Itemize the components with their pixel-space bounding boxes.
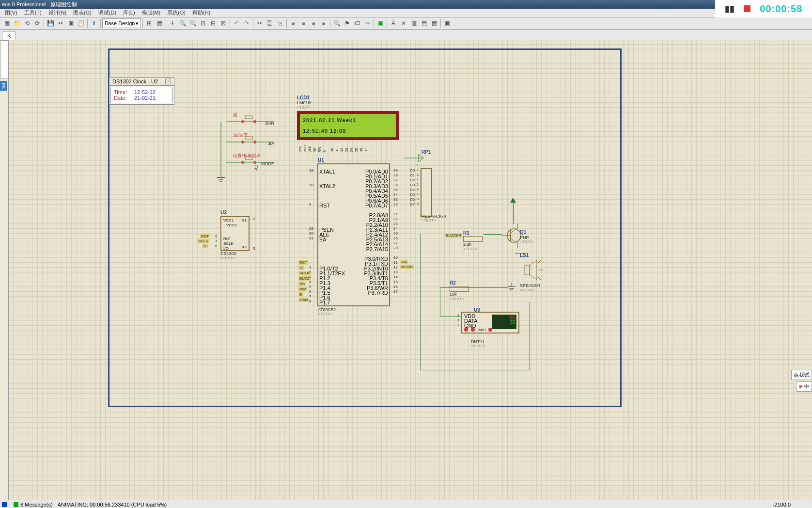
tb-copy-icon[interactable]: ▣	[66, 18, 76, 28]
tb-forward-icon[interactable]: ⟳	[32, 18, 42, 28]
tb-new-icon[interactable]: ▦	[2, 18, 12, 28]
net-mode-p3: MODE	[400, 265, 414, 269]
button-mode[interactable]: 设置/长按退出 MODE	[221, 153, 274, 172]
side-float-btn[interactable]: 点我试	[791, 370, 812, 380]
lcd-pin-vss: VSS	[298, 145, 302, 152]
tb-grid2-icon[interactable]: ▦	[155, 18, 164, 28]
lcd-pin-d5: D5	[355, 148, 358, 153]
tb-wire-icon[interactable]: ⤳	[362, 18, 372, 28]
ls1-part: SPEAKER	[520, 283, 544, 288]
svg-point-6	[253, 141, 256, 143]
menu-debug[interactable]: 调试(D)	[95, 9, 119, 17]
status-msg-led	[14, 502, 18, 507]
svg-point-10	[253, 161, 256, 164]
q1-text: <TEXT>	[520, 239, 534, 244]
design-combo[interactable]: Base Design▾	[102, 18, 141, 28]
tb-text-icon[interactable]: Ă	[389, 18, 398, 28]
rp1-ref: RP1	[422, 149, 431, 155]
net-rw: RW	[298, 287, 307, 291]
lcd-pin-d1: D1	[335, 148, 339, 153]
tb-report2-icon[interactable]: ▤	[419, 18, 429, 28]
tb-tag-icon[interactable]: 🏷	[352, 18, 362, 28]
r2-val: 10k	[450, 292, 469, 297]
side-float-ime[interactable]: ⊕ 中	[796, 381, 812, 392]
ls1-speaker[interactable]: LS1 SPEAKER <TEXT>	[520, 253, 544, 292]
tb-flag-icon[interactable]: ⚑	[342, 18, 352, 28]
menu-view[interactable]: 图(V)	[2, 9, 20, 17]
canvas[interactable]: DS1302 Clock - U2 ▫ Time:12-52-12 Date:2…	[9, 40, 812, 500]
lcd-text: <TEXT>	[297, 105, 313, 110]
r2-resistor[interactable]: R2 10k <TEXT>	[450, 280, 469, 301]
btn1-net: JIAN	[265, 121, 274, 126]
status-bar: 6 Message(s) ANIMATING: 00:00:56.233410 …	[0, 500, 812, 508]
pause-icon[interactable]: ▮▮	[725, 3, 734, 14]
tb-zoomfit-icon[interactable]: ⊡	[198, 18, 208, 28]
tb-info-icon[interactable]: ℹ	[89, 18, 99, 28]
side-devices[interactable]: ES	[0, 81, 7, 91]
tb-x-icon[interactable]: ✕	[399, 18, 408, 28]
tb-comp1-icon[interactable]: ▣	[375, 18, 385, 28]
stop-icon[interactable]	[744, 5, 750, 12]
ds1302-popup-title[interactable]: DS1302 Clock - U2 ▫	[109, 78, 174, 86]
u2-text: <TEXT>	[220, 256, 250, 260]
tb-scissors-icon[interactable]: ✂	[255, 18, 265, 28]
net-jia-p3: JIA	[400, 260, 408, 264]
tb-report1-icon[interactable]: ▥	[409, 18, 419, 28]
svg-line-25	[538, 260, 541, 263]
tb-align2-icon[interactable]: ≡	[298, 18, 308, 28]
tb-undo-icon[interactable]: ↶	[232, 18, 241, 28]
tb-cut-icon[interactable]: ✂	[56, 18, 65, 28]
ds1302-body: Time:12-52-12 Date:21-02-21	[110, 87, 173, 103]
tb-report4-icon[interactable]: ▣	[442, 18, 452, 28]
tb-zoomin-icon[interactable]: 🔍	[178, 18, 187, 28]
lcd1-component[interactable]: LCD1 LM016L <TEXT> 2021-02-21 Week1 12:5…	[297, 95, 313, 110]
menu-system[interactable]: 系统(O)	[164, 9, 188, 17]
menu-design[interactable]: 设计(N)	[46, 9, 69, 17]
ds1302-popup[interactable]: DS1302 Clock - U2 ▫ Time:12-52-12 Date:2…	[109, 77, 174, 105]
menu-library[interactable]: 库(L)	[120, 9, 138, 17]
tb-paste2-icon[interactable]: ⎘	[275, 18, 285, 28]
tb-align1-icon[interactable]: ≡	[288, 18, 298, 28]
u2-ds1302[interactable]: U2 VCC1 VCC2 X1 RST SCLK I/O X2 DS1302 <…	[220, 210, 250, 260]
tb-back-icon[interactable]: ⟲	[22, 18, 32, 28]
r1-resistor[interactable]: R1 2.2k <TEXT>	[463, 230, 483, 251]
menu-template[interactable]: 模版(M)	[139, 9, 164, 17]
tb-open-icon[interactable]: 📁	[12, 18, 22, 28]
status-messages[interactable]: 6 Message(s)	[20, 502, 53, 508]
tb-paste-icon[interactable]: 📋	[76, 18, 86, 28]
tb-zoomall-icon[interactable]: ⊟	[208, 18, 218, 28]
timer-overlay: ▮▮ 00:00:58	[715, 0, 812, 17]
tb-align4-icon[interactable]: ≡	[319, 18, 328, 28]
net-io: IO	[203, 244, 208, 248]
tab-schematic[interactable]: K	[2, 32, 16, 40]
u3-dht11[interactable]: VDD DATA GND 85 35 %RH	[461, 312, 519, 333]
menu-bar: 图(V) 工具(T) 设计(N) 图表(G) 调试(D) 库(L) 模版(M) …	[0, 9, 812, 17]
btn3-net: MODE	[261, 161, 274, 166]
tb-search-icon[interactable]: 🔍	[332, 18, 342, 28]
tb-center-icon[interactable]: ✛	[168, 18, 177, 28]
menu-charts[interactable]: 图表(G)	[70, 9, 94, 17]
dht-led-r	[464, 328, 468, 332]
title-bar: eus 8 Professional - 原理图绘制	[0, 0, 812, 9]
button-jia[interactable]: 加/农历 JIA	[221, 132, 274, 152]
overview-thumb[interactable]	[0, 40, 9, 79]
tb-zoomsel-icon[interactable]: ⊠	[219, 18, 228, 28]
tb-zoomout-icon[interactable]: 🔍	[188, 18, 198, 28]
tb-grid-icon[interactable]: ⊞	[144, 18, 154, 28]
tb-copy2-icon[interactable]: ⿻	[265, 18, 275, 28]
tb-align3-icon[interactable]: ≡	[309, 18, 318, 28]
lcd-pin-d3: D3	[345, 148, 348, 153]
tb-redo-icon[interactable]: ↷	[242, 18, 251, 28]
u1-mcu[interactable]: XTAL1XTAL2RSTPSENALEEAP1.0/T2P1.1/T2EXP1…	[317, 163, 390, 306]
u1-ref: U1	[318, 158, 324, 163]
dht-led-r3	[488, 328, 492, 332]
tb-report3-icon[interactable]: ▦	[429, 18, 439, 28]
r2-ref: R2	[450, 280, 469, 286]
button-jian[interactable]: 减 JIAN	[221, 112, 274, 131]
close-icon[interactable]: ▫	[165, 79, 171, 84]
menu-tools[interactable]: 工具(T)	[21, 9, 45, 17]
svg-point-5	[241, 141, 244, 143]
tb-save-icon[interactable]: 💾	[46, 18, 55, 28]
net-rs: RS	[298, 282, 306, 286]
menu-help[interactable]: 帮助(H)	[189, 9, 213, 17]
